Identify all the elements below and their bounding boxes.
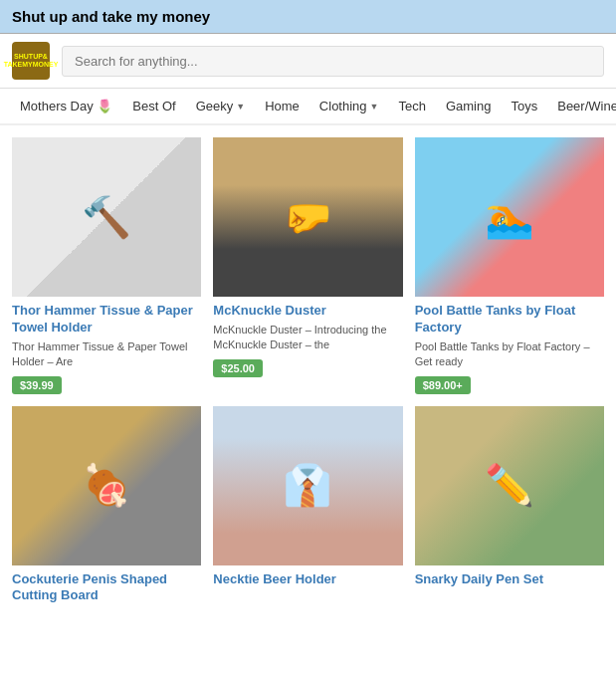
nav-item-1[interactable]: Best Of — [122, 89, 185, 123]
product-price-thor-hammer: $39.99 — [12, 376, 62, 394]
chevron-down-icon: ▼ — [370, 102, 379, 112]
product-title-thor-hammer[interactable]: Thor Hammer Tissue & Paper Towel Holder — [12, 303, 201, 337]
product-image-necktie: 👔 — [213, 406, 402, 565]
product-card-cockuterie[interactable]: 🍖Cockuterie Penis Shaped Cutting Board — [12, 406, 201, 605]
header: SHUTUP& TAKEMYMONEY — [0, 34, 616, 89]
logo-icon: SHUTUP& TAKEMYMONEY — [12, 42, 50, 80]
search-input[interactable] — [62, 46, 604, 77]
product-card-mcknuckle[interactable]: 🤛McKnuckle DusterMcKnuckle Duster – Intr… — [213, 137, 402, 394]
product-title-necktie[interactable]: Necktie Beer Holder — [213, 571, 402, 588]
product-title-mcknuckle[interactable]: McKnuckle Duster — [213, 303, 402, 320]
product-title-cockuterie[interactable]: Cockuterie Penis Shaped Cutting Board — [12, 571, 201, 605]
nav-item-7[interactable]: Toys — [501, 89, 547, 123]
product-card-thor-hammer[interactable]: 🔨Thor Hammer Tissue & Paper Towel Holder… — [12, 137, 201, 394]
navigation: Mothers Day 🌷Best OfGeeky▼HomeClothing▼T… — [0, 89, 616, 125]
nav-item-8[interactable]: Beer/Wine — [547, 89, 616, 123]
nav-item-0[interactable]: Mothers Day 🌷 — [10, 89, 122, 123]
product-desc-thor-hammer: Thor Hammer Tissue & Paper Towel Holder … — [12, 339, 201, 370]
product-price-pool-battle: $89.00+ — [415, 376, 471, 394]
product-price-mcknuckle: $25.00 — [213, 359, 263, 377]
product-card-snarky-pen[interactable]: ✏️Snarky Daily Pen Set — [415, 406, 604, 605]
product-card-pool-battle[interactable]: 🏊Pool Battle Tanks by Float FactoryPool … — [415, 137, 604, 394]
nav-item-6[interactable]: Gaming — [436, 89, 502, 123]
product-grid: 🔨Thor Hammer Tissue & Paper Towel Holder… — [0, 125, 616, 616]
product-image-mcknuckle: 🤛 — [213, 137, 402, 297]
nav-item-2[interactable]: Geeky▼ — [186, 89, 256, 123]
product-image-thor-hammer: 🔨 — [12, 137, 201, 297]
title-bar: Shut up and take my money — [0, 0, 616, 34]
chevron-down-icon: ▼ — [236, 102, 245, 112]
product-image-pool-battle: 🏊 — [415, 137, 604, 297]
title-text: Shut up and take my money — [12, 8, 210, 25]
product-title-snarky-pen[interactable]: Snarky Daily Pen Set — [415, 571, 604, 588]
product-card-necktie[interactable]: 👔Necktie Beer Holder — [213, 406, 402, 605]
product-desc-pool-battle: Pool Battle Tanks by Float Factory – Get… — [415, 339, 604, 370]
nav-item-3[interactable]: Home — [255, 89, 309, 123]
product-desc-mcknuckle: McKnuckle Duster – Introducing the McKnu… — [213, 323, 402, 353]
product-image-snarky-pen: ✏️ — [415, 406, 604, 565]
nav-item-4[interactable]: Clothing▼ — [309, 89, 389, 123]
nav-item-5[interactable]: Tech — [388, 89, 435, 123]
product-image-cockuterie: 🍖 — [12, 406, 201, 565]
logo[interactable]: SHUTUP& TAKEMYMONEY — [12, 42, 50, 80]
product-title-pool-battle[interactable]: Pool Battle Tanks by Float Factory — [415, 303, 604, 337]
